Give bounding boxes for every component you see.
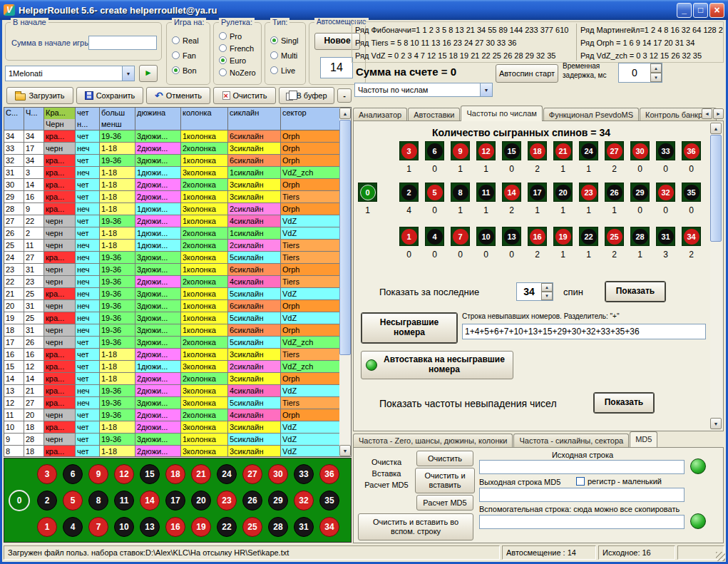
table-row[interactable]: 262чернчет1-181дюжи...2колонка1сиклайнVd… [4, 227, 351, 240]
table-row[interactable]: 1512кра...чет1-181дюжи...3колонка2сиклай… [4, 361, 351, 373]
maximize-button[interactable]: □ [693, 3, 708, 18]
scroll-down-icon[interactable]: ▼ [710, 418, 722, 429]
delay-spinner[interactable]: 0 ▲ ▼ [618, 63, 662, 83]
freq-number[interactable]: 26 [605, 183, 624, 202]
wheel-number[interactable]: 17 [165, 491, 185, 511]
table-row[interactable]: 2916кра...чет1-182дюжи...1колонка3сиклай… [4, 191, 351, 203]
radio-pro[interactable]: Pro [219, 31, 261, 41]
mode-combobox[interactable]: Частоты по числам ▼ [354, 83, 493, 97]
wheel-number[interactable]: 30 [268, 464, 288, 484]
table-row[interactable]: 289кра...неч1-181дюжи...3колонка2сиклайн… [4, 203, 351, 215]
tab-right-1[interactable]: Анализатор [353, 108, 407, 121]
freq-number[interactable]: 12 [476, 141, 496, 160]
wheel-number[interactable]: 32 [294, 491, 314, 511]
autobet-missed-button[interactable]: Автоставка на несыгравшие номера [361, 351, 513, 379]
wheel-number[interactable]: 26 [242, 491, 262, 511]
freq-number[interactable]: 6 [425, 141, 444, 160]
md5-calc-button[interactable]: Расчет MD5 [416, 495, 473, 511]
column-header[interactable]: колонка [181, 108, 228, 130]
freq-number[interactable]: 14 [502, 183, 521, 202]
freq-number[interactable]: 13 [502, 227, 521, 246]
radio-euro[interactable]: Euro [219, 56, 261, 65]
table-row[interactable]: 3434кра...чет19-363дюжи...1колонка6сикла… [4, 130, 351, 143]
md5-source-led-button[interactable] [690, 458, 706, 474]
copy-to-buffer-button[interactable]: В буфер [279, 87, 334, 104]
table-scrollbar[interactable]: ▲ ▼ [339, 108, 351, 456]
freq-number[interactable]: 8 [451, 183, 470, 202]
wheel-number[interactable]: 10 [114, 517, 134, 537]
wheel-number[interactable]: 36 [319, 464, 339, 484]
md5-output-input[interactable] [479, 488, 685, 502]
wheel-number[interactable]: 9 [88, 464, 108, 484]
wheel-number[interactable]: 18 [165, 464, 185, 484]
play-button[interactable]: ► [139, 65, 158, 82]
table-row[interactable]: 2125кра...неч19-363дюжи...1колонка5сикла… [4, 288, 351, 300]
radio-nozero[interactable]: NoZero [219, 68, 261, 77]
md5-aux-led-button[interactable] [690, 513, 706, 529]
table-row[interactable]: 313кра...неч1-181дюжи...3колонка1сиклайн… [4, 167, 351, 179]
minus-button[interactable]: - [337, 88, 352, 103]
wheel-number[interactable]: 19 [191, 517, 211, 537]
radio-live[interactable]: Live [270, 66, 305, 75]
freq-number[interactable]: 31 [656, 227, 675, 246]
table-row[interactable]: 3234кра...чет19-363дюжи...1колонка6сикла… [4, 155, 351, 167]
wheel-number[interactable]: 3 [37, 464, 57, 484]
freq-number[interactable]: 24 [579, 141, 598, 160]
autospin-start-button[interactable]: Автоспин старт [496, 64, 558, 83]
table-row[interactable]: 1018кра...чет1-182дюжи...3колонка3сиклай… [4, 421, 351, 434]
table-row[interactable]: 1616кра...чет1-182дюжи...1колонка3сиклай… [4, 349, 351, 361]
freq-number[interactable]: 9 [451, 141, 470, 160]
wheel-number[interactable]: 2 [37, 491, 57, 511]
last-spins-spin-buttons[interactable]: ▲ ▼ [541, 283, 553, 300]
load-button[interactable]: Загрузить [6, 87, 73, 104]
tab-bottom-3[interactable]: MD5 [630, 431, 657, 447]
chevron-down-icon[interactable]: ▼ [480, 83, 492, 96]
wheel-number[interactable]: 21 [191, 464, 211, 484]
freq-number[interactable]: 32 [656, 183, 675, 202]
freq-number[interactable]: 5 [425, 183, 444, 202]
wheel-number[interactable]: 23 [217, 491, 237, 511]
tab-bottom-1[interactable]: Частота - Zero, шансы, дюжины, колонки [353, 434, 513, 447]
wheel-number[interactable]: 16 [165, 517, 185, 537]
freq-number[interactable]: 25 [605, 227, 624, 246]
wheel-number[interactable]: 4 [63, 517, 83, 537]
table-row[interactable]: 2223черннеч19-362дюжи...2колонка4сиклайн… [4, 276, 351, 288]
wheel-number[interactable]: 12 [114, 464, 134, 484]
wheel-number[interactable]: 35 [319, 491, 339, 511]
column-header[interactable]: сиклайн [228, 108, 281, 130]
spin-up-icon[interactable]: ▲ [541, 283, 553, 292]
freq-number[interactable]: 34 [682, 227, 701, 246]
freq-number[interactable]: 4 [425, 227, 444, 246]
tabs-scroll-right-icon[interactable]: ► [713, 108, 724, 119]
wheel-number[interactable]: 14 [140, 491, 160, 511]
radio-bon[interactable]: Bon [172, 66, 210, 75]
wheel-number[interactable]: 6 [63, 464, 83, 484]
freq-scroll-thumb[interactable] [710, 135, 722, 242]
freq-number[interactable]: 29 [630, 183, 650, 202]
resize-grip[interactable] [716, 552, 725, 561]
tabs-scroll-left-icon[interactable]: ◄ [702, 108, 712, 119]
radio-multi[interactable]: Multi [270, 51, 305, 60]
scroll-up-icon[interactable]: ▲ [710, 123, 722, 134]
md5-clear-paste-button[interactable]: Очистить и вставить [415, 468, 475, 493]
md5-source-input[interactable] [479, 460, 685, 474]
md5-aux-input[interactable] [479, 515, 685, 529]
tab-bottom-2[interactable]: Частота - сиклайны, сектора [513, 434, 629, 447]
freq-number[interactable]: 10 [476, 227, 496, 246]
column-header[interactable]: Кра...Черн [44, 108, 76, 130]
radio-fan[interactable]: Fan [172, 51, 210, 60]
wheel-number[interactable]: 22 [217, 517, 237, 537]
freq-number[interactable]: 30 [630, 141, 650, 160]
last-spins-spinner[interactable]: 34 ▲ ▼ [516, 282, 553, 301]
lowercase-checkbox[interactable] [576, 477, 585, 486]
table-row[interactable]: 1925кра...неч19-363дюжи...1колонка5сикла… [4, 312, 351, 324]
wheel-number[interactable]: 31 [294, 517, 314, 537]
close-button[interactable]: × [709, 3, 724, 18]
table-row[interactable]: 2031черннеч19-363дюжи...1колонка6сиклайн… [4, 300, 351, 312]
undo-button[interactable]: ↶ Отменить [146, 87, 210, 104]
tab-right-2[interactable]: Автоставки [408, 108, 460, 121]
wheel-number[interactable]: 24 [217, 464, 237, 484]
freq-zero[interactable]: 0 [358, 183, 377, 202]
show-last-button[interactable]: Показать [605, 281, 666, 302]
freq-number[interactable]: 19 [553, 227, 573, 246]
